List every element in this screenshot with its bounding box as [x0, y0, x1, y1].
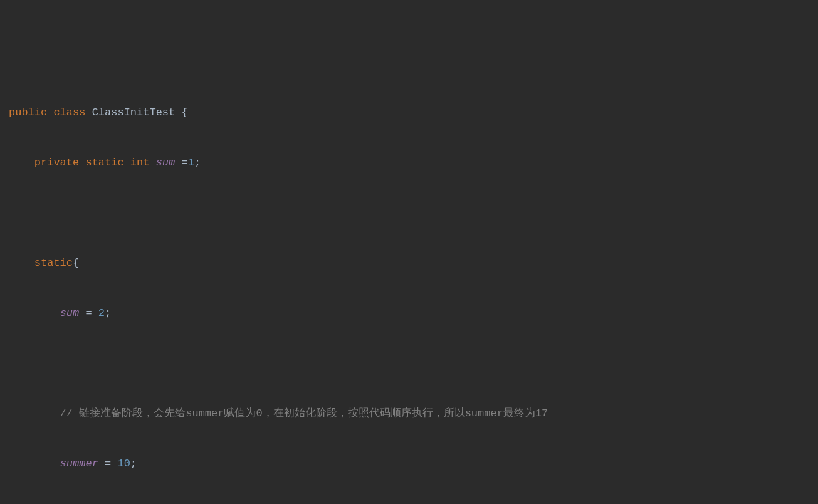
equals: = [98, 458, 118, 470]
code-line-4: static{ [0, 251, 818, 276]
keyword-private: private [34, 157, 79, 169]
semicolon: ; [194, 157, 201, 169]
code-line-1: public class ClassInitTest { [0, 100, 818, 125]
number-1: 1 [188, 157, 194, 169]
code-line-8: summer = 10; [0, 451, 818, 476]
code-line-2: private static int sum =1; [0, 150, 818, 176]
field-sum: sum [60, 307, 80, 319]
code-line-7: // 链接准备阶段，会先给summer赋值为0，在初始化阶段，按照代码顺序执行，… [0, 401, 818, 426]
code-line-9: System.out.println(sum); [0, 501, 818, 504]
code-line-3 [0, 201, 818, 226]
semicolon: ; [130, 458, 137, 470]
field-summer: summer [60, 458, 98, 470]
class-name: ClassInitTest [92, 107, 176, 118]
code-line-6 [0, 351, 818, 376]
comment-line: // 链接准备阶段，会先给summer赋值为0，在初始化阶段，按照代码顺序执行，… [60, 407, 548, 419]
code-line-5: sum = 2; [0, 301, 818, 326]
brace-open: { [73, 257, 79, 269]
brace-open: { [181, 107, 187, 118]
keyword-static: static [34, 257, 73, 269]
equals: = [175, 157, 187, 169]
number-10: 10 [117, 458, 130, 470]
keyword-class: class [53, 107, 85, 118]
keyword-int: int [130, 157, 150, 169]
field-sum: sum [156, 157, 176, 169]
semicolon: ; [105, 307, 111, 319]
number-2: 2 [98, 307, 105, 319]
keyword-static: static [85, 157, 123, 169]
equals: = [79, 307, 98, 319]
keyword-public: public [9, 107, 47, 118]
